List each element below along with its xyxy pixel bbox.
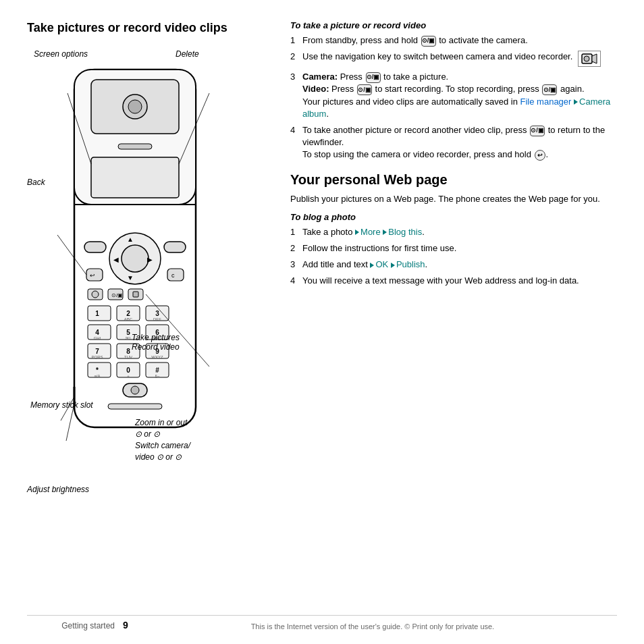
svg-text:2: 2 xyxy=(126,310,130,317)
svg-point-72 xyxy=(584,56,589,61)
svg-text:c: c xyxy=(171,272,175,279)
svg-text:▲: ▲ xyxy=(127,236,134,243)
svg-text:WXYZ: WXYZ xyxy=(151,355,163,359)
svg-text:⊙/▣: ⊙/▣ xyxy=(111,292,123,298)
page-container: Take pictures or record video clips Scre… xyxy=(0,0,644,644)
left-column: Take pictures or record video clips Scre… xyxy=(27,20,270,608)
svg-text:TUV: TUV xyxy=(124,355,132,359)
blog-step-1: 1 Take a photo More Blog this. xyxy=(290,226,617,238)
svg-rect-15 xyxy=(164,242,186,252)
step-3: 3 Camera: Press ⊙/▣ to take a picture. V… xyxy=(290,71,617,120)
svg-text:4: 4 xyxy=(95,329,99,336)
right-column: To take a picture or record video 1 From… xyxy=(284,20,617,608)
svg-text:DEF: DEF xyxy=(153,317,161,321)
footer-page-number: 9 xyxy=(123,620,128,630)
footer-page-info: Getting started xyxy=(27,621,115,630)
svg-text:◀: ◀ xyxy=(113,256,119,263)
svg-text:8: 8 xyxy=(126,348,130,355)
svg-point-9 xyxy=(122,245,149,272)
svg-rect-26 xyxy=(88,306,111,321)
steps-list: 1 From standby, press and hold ⊙/▣ to ac… xyxy=(290,34,617,161)
camera-btn-5: ⊙/▣ xyxy=(530,126,545,136)
svg-text:7: 7 xyxy=(95,348,99,355)
section2-title: Your personal Web page xyxy=(290,172,617,188)
annotation-back: Back xyxy=(27,178,45,187)
camera-btn-1: ⊙/▣ xyxy=(421,36,436,47)
svg-text:1: 1 xyxy=(95,310,99,317)
annotation-memory: Memory stick slot xyxy=(30,400,93,410)
svg-point-21 xyxy=(92,291,99,298)
svg-text:▼: ▼ xyxy=(127,274,134,281)
svg-text:#: # xyxy=(155,367,159,374)
footer-note: This is the Internet version of the user… xyxy=(251,622,495,630)
blog-steps-list: 1 Take a photo More Blog this. 2 Follow … xyxy=(290,226,617,288)
svg-text:5: 5 xyxy=(126,329,130,336)
footer-section-label: Getting started xyxy=(61,621,115,630)
subsection1-title: To take a picture or record video xyxy=(290,20,617,30)
svg-text:ABC: ABC xyxy=(124,317,133,321)
svg-text:0: 0 xyxy=(126,367,130,374)
footer-note-area: This is the Internet version of the user… xyxy=(128,622,617,630)
svg-text:↩: ↩ xyxy=(90,272,95,279)
svg-text:+: + xyxy=(127,374,130,378)
svg-text:GHI: GHI xyxy=(94,336,101,340)
section-title: Take pictures or record video clips xyxy=(27,20,270,36)
phone-svg: ▲ ▼ ◀ ▶ ↩ c xyxy=(54,63,216,443)
svg-rect-14 xyxy=(84,242,106,252)
svg-text:PQRS: PQRS xyxy=(91,355,103,359)
annotation-delete: Delete xyxy=(176,49,199,59)
step-1: 1 From standby, press and hold ⊙/▣ to ac… xyxy=(290,34,617,47)
svg-text:▶: ▶ xyxy=(147,256,153,263)
main-content: Take pictures or record video clips Scre… xyxy=(27,20,617,608)
back-btn: ↩ xyxy=(535,150,545,161)
svg-rect-25 xyxy=(133,292,138,297)
blog-step-2: 2 Follow the instructions for first time… xyxy=(290,242,617,254)
annotation-zoom: Zoom in or out ⊙ or ⊙ Switch camera/ vid… xyxy=(135,417,190,462)
camera-btn-3: ⊙/▣ xyxy=(357,84,372,95)
annotation-take-pictures: Take pictures Record video xyxy=(132,333,180,352)
step-2: 2 Use the navigation key to switch betwe… xyxy=(290,51,617,67)
subsection2-title: To blog a photo xyxy=(290,212,617,222)
svg-rect-63 xyxy=(108,404,162,409)
blog-step-3: 3 Add title and text OK Publish. xyxy=(290,259,617,271)
svg-rect-6 xyxy=(118,144,152,149)
camera-video-icons xyxy=(578,51,601,67)
page-footer: Getting started 9 This is the Internet v… xyxy=(27,615,617,630)
svg-text:*: * xyxy=(96,367,99,374)
blog-step-4: 4 You will receive a text message with y… xyxy=(290,275,617,287)
step-4: 4 To take another picture or record anot… xyxy=(290,124,617,161)
camera-btn-4: ⊙/▣ xyxy=(542,84,557,95)
svg-text:a/A: a/A xyxy=(94,374,100,378)
svg-point-5 xyxy=(128,100,142,113)
phone-diagram: Screen options Delete Back xyxy=(27,43,257,502)
annotation-screen-options: Screen options xyxy=(34,49,88,59)
section2-paragraph: Publish your pictures on a Web page. The… xyxy=(290,193,617,205)
svg-rect-18 xyxy=(167,269,184,281)
svg-text:§~: §~ xyxy=(155,374,160,378)
svg-marker-73 xyxy=(592,54,597,63)
annotation-brightness: Adjust brightness xyxy=(27,485,89,494)
svg-point-62 xyxy=(131,386,139,394)
svg-text:3: 3 xyxy=(155,310,159,317)
svg-rect-7 xyxy=(91,157,179,198)
camera-btn-2: ⊙/▣ xyxy=(366,72,381,83)
